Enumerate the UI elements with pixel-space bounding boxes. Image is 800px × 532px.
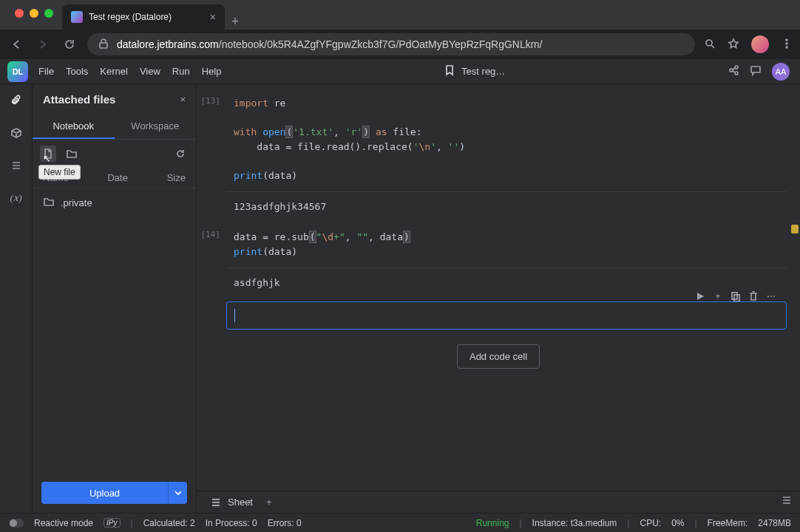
tooltip-new-file: New file (38, 165, 81, 180)
copy-icon (730, 290, 742, 302)
profile-avatar[interactable] (751, 35, 769, 53)
chevron-down-icon (172, 487, 184, 499)
comments-icon[interactable] (750, 64, 762, 78)
add-code-cell-button[interactable]: Add code cell (457, 344, 540, 369)
file-name: .private (61, 197, 92, 208)
tab-title: Test regex (Datalore) (89, 12, 204, 22)
scroll-marker (791, 225, 799, 233)
status-freemem-label: FreeMem: (708, 518, 748, 528)
menu-tools[interactable]: Tools (66, 66, 88, 77)
sheet-icon (210, 497, 222, 508)
status-running: Running (476, 518, 509, 528)
folder-icon (66, 148, 78, 160)
folder-icon (43, 196, 55, 210)
rail-attached-files[interactable] (7, 92, 25, 109)
svg-point-2 (786, 39, 787, 41)
status-freemem-value: 2478MB (758, 518, 791, 528)
paperclip-icon (10, 95, 22, 106)
browser-tab[interactable]: Test regex (Datalore) × (62, 4, 225, 30)
refresh-icon (174, 148, 186, 160)
status-errors: Errors: 0 (268, 518, 302, 528)
play-icon (694, 290, 706, 302)
file-row[interactable]: .private (33, 191, 196, 214)
new-file-button[interactable]: ↖ (40, 146, 56, 162)
datalore-favicon-icon (71, 11, 83, 23)
url-text: datalore.jetbrains.com/notebook/0k5R4AZg… (117, 38, 542, 50)
sheet-tab[interactable]: Sheet (204, 494, 259, 511)
menu-help[interactable]: Help (202, 66, 222, 77)
reload-button[interactable] (61, 35, 78, 53)
notebook-title[interactable]: Test reg… (461, 66, 505, 77)
code-input[interactable]: import re with open('1.txt', 'r') as fil… (226, 92, 787, 187)
add-sheet-button[interactable]: + (266, 497, 272, 508)
status-instance[interactable]: Instance: t3a.medium (532, 518, 617, 528)
rail-packages[interactable] (7, 124, 25, 142)
cell-prompt: [14] (197, 225, 226, 297)
datalore-logo-icon[interactable]: DL (7, 61, 28, 82)
trash-icon (748, 290, 759, 302)
search-in-page-icon[interactable] (704, 38, 716, 52)
menu-file[interactable]: File (38, 66, 54, 77)
refresh-button[interactable] (172, 146, 189, 162)
address-bar[interactable]: datalore.jetbrains.com/notebook/0k5R4AZg… (87, 33, 695, 55)
window-minimize-icon[interactable] (30, 9, 38, 18)
reload-icon (64, 38, 75, 50)
tab-notebook[interactable]: Notebook (33, 115, 115, 139)
empty-code-cell[interactable] (226, 301, 787, 330)
list-icon (10, 160, 22, 171)
new-file-icon (42, 148, 54, 160)
bookmark-star-icon[interactable] (728, 38, 739, 52)
status-calculated: Calculated: 2 (143, 518, 195, 528)
arrow-right-icon (37, 38, 49, 50)
box-icon (10, 127, 22, 139)
bookmark-icon[interactable] (444, 64, 455, 78)
code-input[interactable]: data = re.sub("\d+", "", data) print(dat… (226, 225, 787, 263)
svg-point-7 (735, 72, 738, 75)
lock-icon (98, 38, 109, 52)
svg-point-6 (735, 66, 738, 69)
cell-prompt: [13] (197, 92, 226, 221)
text-caret (234, 309, 235, 322)
svg-rect-8 (751, 66, 760, 72)
status-cpu-value: 0% (671, 518, 684, 528)
share-icon[interactable] (728, 64, 739, 78)
browser-menu-icon[interactable] (781, 38, 793, 52)
user-avatar[interactable]: AA (772, 63, 790, 81)
side-panel-title: Attached files (43, 93, 115, 106)
svg-point-5 (730, 69, 733, 72)
layout-toggle-icon[interactable] (781, 495, 793, 509)
back-button[interactable] (7, 35, 25, 53)
svg-point-4 (786, 47, 787, 48)
cell-output: 123asdfghjk34567 (226, 191, 787, 221)
status-in-process: In Process: 0 (206, 518, 257, 528)
window-maximize-icon[interactable] (44, 9, 53, 18)
svg-point-3 (786, 43, 787, 44)
rail-toc[interactable] (7, 157, 25, 174)
status-cpu-label: CPU: (640, 518, 661, 528)
menu-view[interactable]: View (140, 66, 160, 77)
svg-rect-0 (100, 43, 107, 48)
col-date[interactable]: Date (107, 172, 127, 183)
forward-button[interactable] (34, 35, 52, 53)
tab-workspace[interactable]: Workspace (115, 115, 197, 139)
menu-run[interactable]: Run (172, 66, 190, 77)
sheet-name: Sheet (228, 497, 253, 508)
rail-variables[interactable]: (𝑥) (7, 189, 25, 207)
arrow-left-icon (10, 38, 22, 50)
upload-button[interactable]: Upload (41, 482, 168, 504)
col-size[interactable]: Size (167, 172, 186, 183)
reactive-mode-label: Reactive mode (34, 518, 93, 528)
window-close-icon[interactable] (15, 9, 24, 18)
close-panel-icon[interactable]: × (180, 94, 186, 105)
menu-kernel[interactable]: Kernel (100, 66, 128, 77)
tab-close-icon[interactable]: × (210, 11, 216, 23)
upload-dropdown[interactable] (168, 482, 187, 504)
new-tab-button[interactable]: + (225, 14, 245, 30)
ipy-badge: IPy (104, 518, 120, 528)
new-folder-button[interactable] (64, 146, 80, 162)
svg-point-1 (706, 40, 712, 46)
reactive-mode-toggle[interactable] (9, 519, 24, 528)
